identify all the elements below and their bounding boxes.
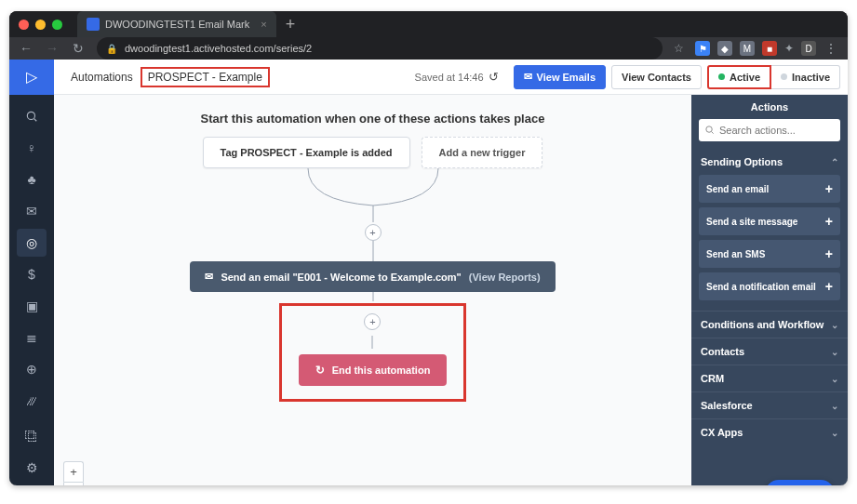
email-action-node[interactable]: ✉ Send an email "E001 - Welcome to Examp…: [190, 261, 555, 292]
lightbulb-icon[interactable]: ♀: [17, 134, 47, 162]
connector-line: [372, 241, 374, 261]
actions-search[interactable]: [699, 119, 840, 141]
add-trigger-button[interactable]: Add a new trigger: [422, 137, 543, 168]
connector-line: [371, 336, 373, 349]
end-automation-node[interactable]: ↻ End this automation: [299, 354, 448, 386]
saved-status: Saved at 14:46 ↺: [415, 70, 499, 84]
action-label: Send a site message: [706, 217, 797, 227]
group-sending-options[interactable]: Sending Options ⌃: [691, 149, 848, 175]
mail-icon: ✉: [205, 271, 213, 283]
favicon-icon: [87, 18, 100, 31]
browser-toolbar: ← → ↻ 🔒 dwoodingtest1.activehosted.com/s…: [9, 37, 848, 60]
action-send-site-message[interactable]: Send a site message+: [699, 207, 840, 235]
close-window-icon[interactable]: [19, 20, 29, 30]
add-action-button[interactable]: +: [365, 224, 382, 241]
extension-icon[interactable]: M: [740, 41, 755, 56]
back-icon[interactable]: ←: [19, 41, 33, 56]
extension-icon[interactable]: ◆: [717, 41, 732, 56]
logo-icon: ▷: [26, 68, 37, 86]
actions-search-input[interactable]: [719, 125, 848, 136]
group-crm[interactable]: CRM⌄: [691, 365, 848, 391]
group-label: Contacts: [701, 346, 744, 357]
browser-tab-strip: DWOODINGTEST1 Email Mark × +: [9, 11, 848, 37]
chevron-down-icon: ⌄: [831, 320, 838, 330]
trigger-node[interactable]: Tag PROSPECT - Example is added: [203, 137, 410, 168]
forward-icon[interactable]: →: [45, 41, 60, 56]
plus-icon: +: [825, 214, 833, 229]
group-cx-apps[interactable]: CX Apps⌄: [691, 419, 848, 445]
browser-menu-icon[interactable]: ⋮: [824, 41, 838, 56]
status-toggle[interactable]: Active Inactive: [707, 65, 840, 89]
group-conditions-workflow[interactable]: Conditions and Workflow⌄: [691, 312, 848, 338]
group-label: CX Apps: [701, 427, 743, 438]
reload-icon[interactable]: ↻: [71, 41, 86, 56]
app-logo[interactable]: ▷: [9, 60, 54, 95]
address-bar[interactable]: 🔒 dwoodingtest1.activehosted.com/series/…: [97, 37, 663, 60]
bookmark-star-icon[interactable]: ☆: [674, 42, 684, 55]
add-action-button[interactable]: +: [364, 313, 381, 330]
conversations-icon[interactable]: ▣: [17, 292, 47, 320]
window-controls[interactable]: [19, 20, 62, 30]
svg-point-0: [27, 112, 34, 119]
email-action-label: Send an email "E001 - Welcome to Example…: [221, 272, 461, 283]
app-header: ▷ Automations PROSPECT - Example Saved a…: [9, 60, 848, 95]
view-contacts-button[interactable]: View Contacts: [611, 65, 702, 89]
action-send-email[interactable]: Send an email+: [699, 175, 840, 203]
left-nav-rail: ♀ ♣ ✉ ◎ $ ▣ ≣ ⊕ ⫻ ⿻ ⚙ 👤: [9, 95, 54, 485]
view-emails-button[interactable]: ✉ View Emails: [514, 65, 606, 89]
reports-icon[interactable]: ⫻: [17, 387, 47, 415]
profile-icon[interactable]: D: [801, 41, 816, 56]
breadcrumb-root[interactable]: Automations: [71, 71, 133, 84]
action-label: Send an SMS: [706, 249, 765, 259]
automation-name[interactable]: PROSPECT - Example: [141, 67, 270, 87]
browser-tab[interactable]: DWOODINGTEST1 Email Mark ×: [77, 11, 276, 37]
plus-icon: +: [825, 246, 833, 261]
minimize-window-icon[interactable]: [35, 20, 46, 30]
group-label: Conditions and Workflow: [701, 319, 824, 330]
inactive-dot-icon: [781, 73, 787, 80]
contacts-icon[interactable]: ♣: [17, 166, 47, 193]
connector-line: [372, 292, 374, 301]
automation-canvas[interactable]: Start this automation when one of these …: [54, 95, 691, 485]
group-salesforce[interactable]: Salesforce⌄: [691, 392, 848, 418]
new-tab-button[interactable]: +: [286, 15, 296, 34]
maximize-window-icon[interactable]: [52, 20, 62, 30]
settings-icon[interactable]: ⚙: [17, 454, 47, 482]
automations-rail-icon[interactable]: ◎: [17, 229, 47, 257]
deals-icon[interactable]: $: [17, 260, 47, 288]
extension-icon[interactable]: ■: [762, 41, 777, 56]
history-icon[interactable]: ↺: [489, 70, 499, 84]
action-label: Send a notification email: [706, 282, 816, 292]
plus-icon: +: [825, 279, 833, 294]
extension-icon[interactable]: ⚑: [695, 41, 710, 56]
lists-icon[interactable]: ≣: [17, 324, 47, 351]
mail-rail-icon[interactable]: ✉: [17, 197, 47, 225]
inactive-toggle[interactable]: Inactive: [771, 65, 840, 89]
zoom-controls: + –: [63, 461, 84, 485]
active-toggle[interactable]: Active: [707, 65, 771, 89]
help-button[interactable]: 💬 Help: [765, 480, 835, 485]
close-tab-icon[interactable]: ×: [261, 19, 266, 30]
add-trigger-label: Add a new trigger: [439, 147, 526, 158]
active-dot-icon: [718, 73, 725, 80]
site-icon[interactable]: ⊕: [17, 355, 47, 383]
actions-panel: Actions Sending Options ⌃ Send an email+…: [691, 95, 848, 485]
action-send-sms[interactable]: Send an SMS+: [699, 240, 840, 268]
extensions-menu-icon[interactable]: ✦: [784, 42, 794, 55]
apps-icon[interactable]: ⿻: [17, 422, 47, 450]
zoom-out-button[interactable]: –: [63, 482, 84, 485]
zoom-in-button[interactable]: +: [63, 461, 84, 482]
chevron-down-icon: ⌄: [831, 347, 838, 357]
end-icon: ↻: [315, 364, 325, 377]
view-contacts-label: View Contacts: [622, 72, 691, 83]
group-label: CRM: [701, 373, 724, 384]
end-label: End this automation: [332, 365, 431, 376]
group-contacts[interactable]: Contacts⌄: [691, 338, 848, 365]
view-reports-link[interactable]: (View Reports): [469, 272, 541, 283]
panel-title: Actions: [691, 95, 848, 119]
connector-line: [243, 168, 503, 224]
action-send-notification-email[interactable]: Send a notification email+: [699, 272, 840, 300]
active-label: Active: [730, 72, 760, 83]
search-icon[interactable]: [17, 102, 47, 130]
end-section-highlight: + ↻ End this automation: [279, 303, 467, 402]
